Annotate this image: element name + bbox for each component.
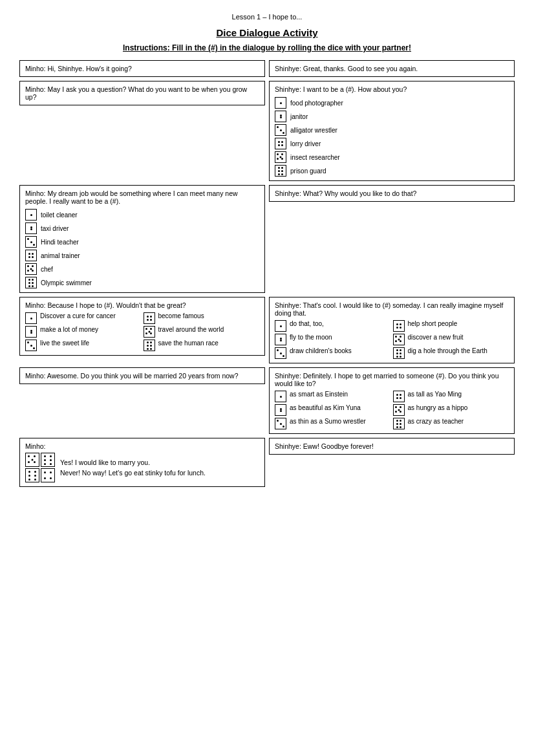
dice-face-5 xyxy=(275,151,286,163)
list-item: draw children's books xyxy=(275,347,391,359)
shinhye-box-4: Shinhye: That's cool. I would like to (#… xyxy=(269,297,515,363)
minho-box-5: Minho: Awesome. Do you think you will be… xyxy=(19,367,265,384)
list-item: as thin as a Sumo wrestler xyxy=(275,418,391,429)
instructions-label: Instructions: xyxy=(123,43,170,52)
dice-face-4 xyxy=(275,138,286,149)
dice-face-6 xyxy=(275,165,286,177)
minho-box-6: Minho: xyxy=(19,438,265,487)
shinhye-box-1: Shinhye: Great, thanks. Good to see you … xyxy=(269,60,515,77)
list-item: janitor xyxy=(275,111,509,122)
list-item: alligator wrestler xyxy=(275,124,509,136)
list-item: fly to the moon xyxy=(275,334,391,345)
list-item: help short people xyxy=(393,320,509,332)
list-item: make a lot of money xyxy=(25,326,142,338)
list-item: as hungry as a hippo xyxy=(393,404,509,416)
shinhye-box-5: Shinhye: Definitely. I hope to get marri… xyxy=(269,367,515,434)
list-item: dig a hole through the Earth xyxy=(393,347,509,359)
minho-box-3: Minho: My dream job would be something w… xyxy=(19,185,265,293)
page-title: Dice Dialogue Activity xyxy=(19,27,515,38)
list-item: taxi driver xyxy=(25,222,259,234)
list-item: prison guard xyxy=(275,165,509,177)
list-item: Discover a cure for cancer xyxy=(25,312,142,324)
list-item: Olympic swimmer xyxy=(25,277,259,288)
list-item: animal trainer xyxy=(25,250,259,261)
list-item: become famous xyxy=(144,312,260,324)
list-item: as beautiful as Kim Yuna xyxy=(275,404,391,416)
list-item: as tall as Yao Ming xyxy=(393,391,509,402)
dice-face-2 xyxy=(275,111,286,122)
list-item: travel around the world xyxy=(144,326,260,338)
list-item: as smart as Einstein xyxy=(275,391,391,402)
minho-box-4: Minho: Because I hope to (#). Wouldn't t… xyxy=(19,297,265,356)
list-item: insect researcher xyxy=(275,151,509,163)
shinhye-box-3: Shinhye: What? Why would you like to do … xyxy=(269,185,515,202)
list-item: as crazy as teacher xyxy=(393,418,509,429)
shinhye-box-2: Shinhye: I want to be a (#). How about y… xyxy=(269,81,515,181)
shinhye-box-6: Shinhye: Eww! Goodbye forever! xyxy=(269,438,515,455)
minho-box-2: Minho: May I ask you a question? What do… xyxy=(19,81,265,105)
instructions: Instructions: Fill in the (#) in the dia… xyxy=(19,43,515,52)
list-item: Hindi teacher xyxy=(25,236,259,248)
list-item: toilet cleaner xyxy=(25,209,259,221)
list-item: discover a new fruit xyxy=(393,334,509,345)
list-item: live the sweet life xyxy=(25,340,142,351)
dice-face-1 xyxy=(275,97,286,109)
page-header: Lesson 1 – I hope to... xyxy=(19,13,515,21)
list-item: chef xyxy=(25,263,259,275)
list-item: do that, too, xyxy=(275,320,391,332)
list-item: food photographer xyxy=(275,97,509,109)
dice-face-3 xyxy=(275,124,286,136)
list-item: save the human race xyxy=(144,340,260,351)
minho-box-1: Minho: Hi, Shinhye. How's it going? xyxy=(19,60,265,77)
list-item: lorry driver xyxy=(275,138,509,149)
